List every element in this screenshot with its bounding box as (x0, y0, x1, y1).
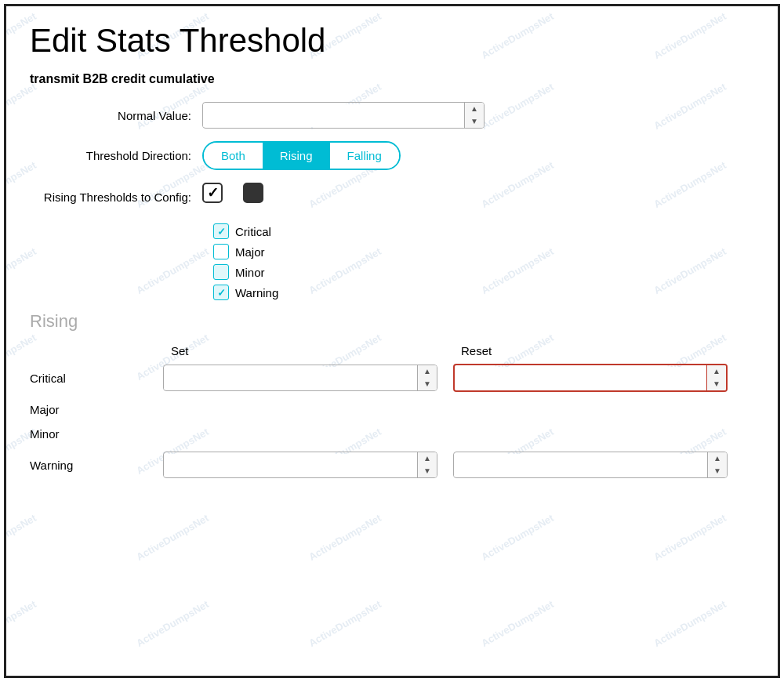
checkbox-check[interactable] (202, 183, 223, 203)
rising-thresholds-row: Rising Thresholds to Config: (30, 183, 754, 211)
checkbox-warning-item: Warning (213, 285, 754, 300)
checkbox-filled[interactable] (243, 183, 263, 203)
direction-toggle-group: Both Rising Falling (202, 141, 401, 170)
checkbox-major[interactable] (213, 244, 229, 259)
normal-value-spinner[interactable]: ▲ ▼ (464, 103, 484, 128)
checkbox-warning[interactable] (213, 285, 229, 300)
normal-value-down-icon[interactable]: ▼ (465, 115, 484, 128)
threshold-direction-label: Threshold Direction: (30, 149, 202, 162)
normal-value-input[interactable]: 300 (203, 104, 464, 127)
section-title-rising: Rising (30, 311, 754, 332)
critical-set-input[interactable]: 500 (164, 367, 417, 390)
normal-value-input-group: 300 ▲ ▼ (202, 102, 485, 129)
col-set-header: Set (163, 344, 453, 357)
col-reset-header: Reset (453, 344, 743, 357)
wm: ActiveDumpsNet (6, 598, 38, 649)
normal-value-up-icon[interactable]: ▲ (465, 103, 484, 115)
critical-reset-up-icon[interactable]: ▲ (707, 365, 726, 378)
critical-set-spinner[interactable]: ▲ ▼ (417, 365, 437, 390)
checkbox-critical-item: Critical (213, 223, 754, 239)
checkbox-major-item: Major (213, 244, 754, 259)
direction-both-button[interactable]: Both (204, 143, 263, 169)
rising-thresholds-label: Rising Thresholds to Config: (30, 190, 202, 204)
critical-reset-input[interactable] (455, 367, 706, 390)
warning-set-input[interactable]: 400 (164, 454, 417, 477)
critical-set-up-icon[interactable]: ▲ (418, 365, 437, 378)
wm: ActiveDumpsNet (479, 512, 556, 563)
warning-set-spinner[interactable]: ▲ ▼ (417, 452, 437, 477)
checkbox-critical-label: Critical (235, 225, 271, 238)
main-container: ActiveDumpsNet ActiveDumpsNet ActiveDump… (4, 4, 780, 678)
warning-reset-input-group: 300 ▲ ▼ (453, 452, 728, 478)
checkbox-minor-item: Minor (213, 264, 754, 280)
checkbox-check-item[interactable] (202, 183, 227, 203)
normal-value-row: Normal Value: 300 ▲ ▼ (30, 102, 754, 129)
warning-set-down-icon[interactable]: ▼ (418, 465, 437, 477)
checkbox-critical[interactable] (213, 223, 229, 239)
critical-set-down-icon[interactable]: ▼ (418, 378, 437, 390)
warning-reset-spinner[interactable]: ▲ ▼ (707, 452, 727, 477)
wm: ActiveDumpsNet (652, 512, 728, 563)
row-label-warning: Warning (30, 459, 163, 472)
wm: ActiveDumpsNet (307, 598, 383, 649)
checkbox-minor[interactable] (213, 264, 229, 280)
direction-falling-button[interactable]: Falling (330, 143, 399, 169)
table-row-minor: Minor (30, 427, 754, 441)
wm: ActiveDumpsNet (134, 512, 211, 563)
page-title: Edit Stats Threshold (30, 22, 754, 60)
warning-reset-up-icon[interactable]: ▲ (708, 452, 727, 465)
warning-reset-input[interactable]: 300 (454, 454, 707, 477)
table-header: Set Reset (163, 344, 754, 357)
direction-rising-button[interactable]: Rising (263, 143, 330, 169)
critical-set-input-group: 500 ▲ ▼ (163, 365, 437, 391)
content-area: Edit Stats Threshold transmit B2B credit… (30, 22, 754, 478)
row-label-major: Major (30, 403, 163, 416)
critical-reset-down-icon[interactable]: ▼ (707, 378, 726, 390)
wm: ActiveDumpsNet (6, 512, 38, 563)
warning-set-up-icon[interactable]: ▲ (418, 452, 437, 465)
threshold-direction-row: Threshold Direction: Both Rising Falling (30, 141, 754, 170)
table-row-major: Major (30, 403, 754, 416)
row-label-critical: Critical (30, 372, 163, 385)
table-row-warning: Warning 400 ▲ ▼ 300 ▲ ▼ (30, 452, 754, 478)
critical-reset-spinner[interactable]: ▲ ▼ (706, 365, 726, 390)
wm: ActiveDumpsNet (134, 598, 211, 649)
warning-reset-down-icon[interactable]: ▼ (708, 465, 727, 477)
warning-set-input-group: 400 ▲ ▼ (163, 452, 437, 478)
checkbox-major-label: Major (235, 245, 265, 259)
checkbox-filled-item[interactable] (243, 183, 268, 203)
critical-reset-input-group: ▲ ▼ (453, 364, 728, 392)
normal-value-label: Normal Value: (30, 109, 202, 122)
rising-thresholds-checkboxes (202, 183, 284, 203)
wm: ActiveDumpsNet (479, 598, 556, 649)
wm: ActiveDumpsNet (307, 512, 383, 563)
checkbox-minor-label: Minor (235, 266, 265, 279)
wm: ActiveDumpsNet (652, 598, 728, 649)
page-subtitle: transmit B2B credit cumulative (30, 72, 754, 86)
checkbox-warning-label: Warning (235, 286, 278, 299)
row-label-minor: Minor (30, 427, 163, 441)
severity-checkbox-list: Critical Major Minor Warning (213, 223, 754, 300)
table-row-critical: Critical 500 ▲ ▼ ▲ ▼ (30, 364, 754, 392)
